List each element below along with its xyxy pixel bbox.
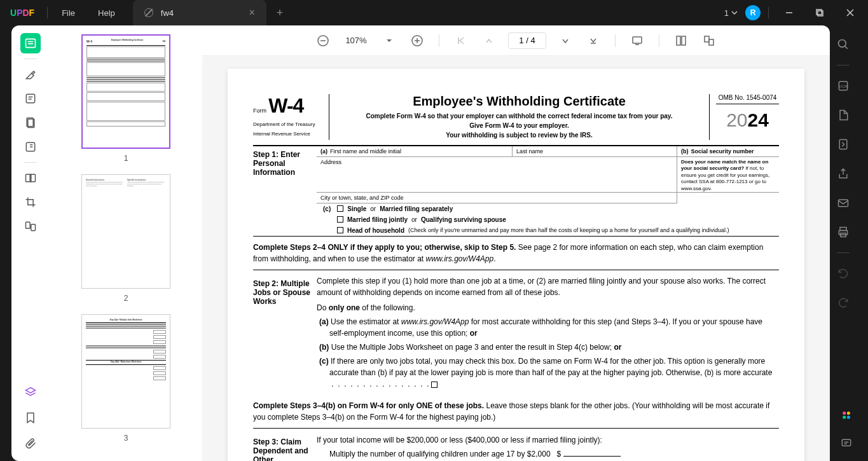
thumbnail-label: 2 [124, 294, 128, 303]
crop-tool-button[interactable] [20, 192, 41, 212]
filing-status-joint[interactable]: Married filing jointly or Qualifying sur… [317, 214, 779, 225]
search-button[interactable] [833, 34, 853, 55]
svg-rect-31 [677, 36, 680, 45]
highlight-tool-button[interactable] [20, 64, 41, 85]
comment-button[interactable] [836, 433, 857, 453]
new-tab-button[interactable]: + [277, 6, 284, 20]
left-toolbar [11, 25, 50, 461]
zoom-dropdown-button[interactable] [380, 32, 398, 50]
last-page-button[interactable] [584, 32, 602, 50]
prev-page-button[interactable] [480, 32, 498, 50]
step-1-label: Step 1: Enter Personal Information [253, 146, 317, 236]
menu-file[interactable]: File [50, 8, 86, 18]
ssn-field[interactable]: (b)Social security number [677, 146, 779, 156]
layers-button[interactable] [20, 382, 41, 403]
svg-rect-20 [26, 222, 31, 228]
ai-assistant-button[interactable] [836, 405, 857, 425]
divider [24, 162, 37, 163]
page-thumbnail-3[interactable]: Step 2(b)—Multiple Jobs Worksheet Step 4… [81, 314, 170, 429]
compare-tool-button[interactable] [20, 216, 41, 237]
tab-close-button[interactable]: × [247, 7, 258, 18]
zoom-in-button[interactable] [408, 32, 426, 50]
compare-view-button[interactable] [700, 32, 718, 50]
first-name-field[interactable]: (a)First name and middle initial [317, 146, 513, 156]
filing-status-hoh[interactable]: Head of household (Check only if you're … [317, 225, 779, 236]
page-thumbnail-2[interactable]: General InstructionsLorem ipsum dolor si… [81, 174, 170, 289]
first-page-button[interactable] [452, 32, 470, 50]
form-year: 2024 [716, 109, 779, 131]
page-thumbnail-1[interactable]: W-4Employee's Withholding Certificate24 [81, 34, 170, 149]
omb-number: OMB No. 1545-0074 [716, 94, 779, 104]
user-avatar[interactable]: R [745, 5, 761, 20]
svg-rect-2 [818, 11, 823, 16]
divider [24, 58, 37, 59]
page-tool-button[interactable] [20, 113, 41, 133]
department-line-1: Department of the Treasury [253, 121, 324, 127]
address-field[interactable]: Address [317, 157, 677, 192]
menu-help[interactable]: Help [86, 8, 127, 18]
window-count[interactable]: 1 [724, 8, 740, 18]
divider [768, 7, 769, 18]
svg-text:OCR: OCR [839, 85, 848, 88]
convert-button[interactable] [833, 105, 853, 125]
children-amount-field[interactable] [563, 456, 621, 457]
form-number: W-4 [268, 94, 303, 117]
svg-rect-34 [709, 39, 713, 45]
next-page-button[interactable] [556, 32, 574, 50]
thumbnail-label: 3 [124, 434, 128, 443]
svg-point-45 [847, 411, 850, 415]
checkbox-icon[interactable] [337, 216, 343, 223]
two-jobs-checkbox[interactable] [431, 382, 437, 388]
divider [837, 252, 850, 253]
svg-rect-40 [839, 200, 848, 207]
svg-rect-29 [633, 37, 642, 43]
maximize-button[interactable] [807, 0, 832, 25]
close-button[interactable] [837, 0, 863, 25]
filing-status-single[interactable]: (c)Single or Married filing separately [317, 203, 779, 214]
step-3-body: If your total income will be $200,000 or… [317, 434, 779, 461]
svg-point-47 [847, 416, 850, 419]
document-icon [144, 8, 153, 17]
presentation-button[interactable] [628, 32, 646, 50]
department-line-2: Internal Revenue Service [253, 131, 324, 137]
document-tab[interactable]: fw4 × [133, 0, 266, 25]
svg-rect-1 [816, 10, 822, 15]
zoom-out-button[interactable] [314, 32, 332, 50]
compress-button[interactable] [833, 134, 853, 155]
checkbox-icon[interactable] [337, 227, 343, 233]
email-button[interactable] [833, 193, 853, 213]
last-name-field[interactable]: Last name [513, 146, 677, 156]
form-tool-button[interactable] [20, 137, 41, 157]
share-button[interactable] [833, 163, 853, 184]
titlebar: UPDF File Help fw4 × + 1 R [0, 0, 868, 25]
svg-point-46 [843, 416, 846, 419]
bookmark-button[interactable] [20, 408, 41, 428]
divider [837, 65, 850, 65]
step-2-body: Complete this step if you (1) hold more … [317, 275, 779, 390]
minimize-button[interactable] [776, 0, 802, 25]
page-number-input[interactable] [508, 32, 546, 49]
form-subtitle-2: Give Form W-4 to your employer. [340, 121, 699, 130]
document-viewport[interactable]: Form W-4 Department of the Treasury Inte… [202, 56, 830, 461]
main-content-area: 107% Form W-4 Department of the Tre [202, 25, 830, 461]
city-field[interactable]: City or town, state, and ZIP code [317, 193, 677, 203]
pdf-page-1: Form W-4 Department of the Treasury Inte… [228, 69, 804, 461]
svg-rect-8 [26, 94, 34, 102]
thumbnail-label: 1 [124, 154, 128, 163]
print-button[interactable] [833, 222, 853, 242]
step-3-4-instruction: Complete Steps 3–4(b) on Form W-4 for on… [253, 395, 779, 428]
redo-button[interactable] [833, 292, 853, 313]
attachment-button[interactable] [20, 433, 41, 453]
page-layout-button[interactable] [672, 32, 690, 50]
ocr-button[interactable]: OCR [833, 76, 853, 96]
organize-pages-button[interactable] [20, 168, 41, 188]
edit-text-button[interactable] [20, 88, 41, 109]
form-title: Employee's Withholding Certificate [340, 94, 699, 109]
reader-mode-button[interactable] [20, 33, 41, 53]
svg-rect-32 [682, 36, 685, 45]
divider [615, 34, 616, 47]
undo-button[interactable] [833, 263, 853, 284]
checkbox-icon[interactable] [337, 205, 343, 212]
divider [47, 7, 48, 18]
right-toolbar: OCR [830, 25, 857, 313]
